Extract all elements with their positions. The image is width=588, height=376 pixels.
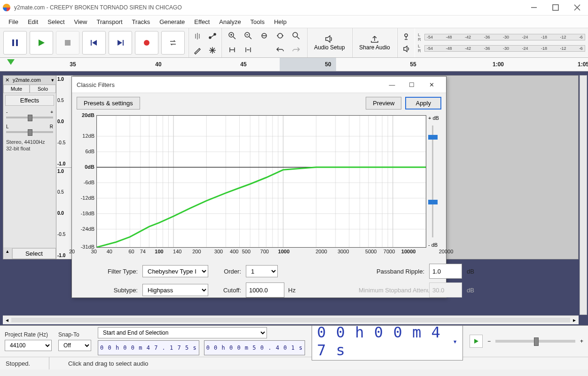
envelope-tool-icon[interactable] xyxy=(205,29,220,43)
dialog-close-button[interactable]: ✕ xyxy=(422,81,441,88)
horizontal-scrollbar[interactable]: ◂▸ xyxy=(3,315,579,324)
skip-end-button[interactable] xyxy=(109,31,132,55)
pause-button[interactable] xyxy=(3,31,27,55)
subtype-label: Subtype: xyxy=(100,287,138,294)
svg-point-13 xyxy=(209,37,211,39)
svg-marker-9 xyxy=(92,40,97,46)
filter-type-select[interactable]: Chebyshev Type I xyxy=(142,265,208,277)
dialog-title: Classic Filters xyxy=(77,81,382,88)
cutoff-input[interactable] xyxy=(246,282,284,298)
loop-button[interactable] xyxy=(161,31,185,55)
play-button[interactable] xyxy=(30,31,53,55)
collapse-icon[interactable]: ▴ xyxy=(3,248,12,259)
db-unit-2: dB xyxy=(467,287,483,294)
zoom-toggle-icon[interactable] xyxy=(289,29,304,42)
preview-button[interactable]: Preview xyxy=(366,97,401,110)
timeline-tick: 45 xyxy=(240,61,246,68)
hz-unit: Hz xyxy=(288,287,354,294)
svg-line-25 xyxy=(297,37,299,39)
share-audio-label: Share Audio xyxy=(359,44,390,51)
passband-label: Passband Ripple: xyxy=(359,268,424,275)
menu-help[interactable]: Help xyxy=(269,16,291,27)
menu-edit[interactable]: Edit xyxy=(23,16,43,27)
playback-meter-icon[interactable] xyxy=(400,44,412,54)
db-slider-thumb-upper[interactable] xyxy=(428,135,438,140)
solo-button[interactable]: Solo xyxy=(30,85,56,93)
status-state: Stopped. xyxy=(6,360,30,367)
stop-button[interactable] xyxy=(56,31,79,55)
timeline-ruler[interactable]: 35404550551:001:05 xyxy=(0,58,588,71)
redo-icon[interactable] xyxy=(289,43,304,56)
pan-slider[interactable]: LR xyxy=(3,122,56,137)
db-slider-thumb-lower[interactable] xyxy=(428,200,438,204)
audio-setup-button[interactable]: Audio Setup xyxy=(309,30,350,56)
close-button[interactable] xyxy=(566,0,588,15)
audio-setup-label: Audio Setup xyxy=(314,44,345,51)
minimize-button[interactable] xyxy=(523,0,545,15)
current-position-display[interactable]: 0 0 h 0 0 m 4 7 s▾ xyxy=(312,322,463,360)
silence-icon[interactable] xyxy=(241,43,256,56)
menu-transport[interactable]: Transport xyxy=(92,16,127,27)
passband-input[interactable] xyxy=(429,264,462,279)
timeline-tick: 1:00 xyxy=(493,61,504,68)
mute-button[interactable]: Mute xyxy=(3,85,30,93)
track-name[interactable]: y2mate.com xyxy=(11,77,49,83)
fit-project-icon[interactable] xyxy=(273,29,288,42)
zoom-in-icon[interactable] xyxy=(225,29,240,42)
fit-selection-icon[interactable] xyxy=(257,29,272,42)
selection-start-field[interactable]: 0 0 h 0 0 m 4 7 . 1 7 5 s xyxy=(98,340,199,355)
svg-marker-6 xyxy=(39,39,45,46)
multi-tool-icon[interactable] xyxy=(205,43,220,57)
skip-start-button[interactable] xyxy=(82,31,106,55)
track-menu-icon[interactable]: ▾ xyxy=(49,77,56,83)
subtype-select[interactable]: Highpass xyxy=(142,284,208,296)
db-slider[interactable] xyxy=(428,125,437,237)
track-format-info: Stereo, 44100Hz 32-bit float xyxy=(3,137,56,154)
record-meter-icon[interactable] xyxy=(400,32,412,41)
order-select[interactable]: 1 xyxy=(246,265,278,277)
graph-y-axis: 20dB12dB6dB0dB-6dB-12dB-18dB-24dB-31dB xyxy=(76,115,96,247)
record-meter[interactable]: -54-48-42-36-30-24-18-12-6 xyxy=(424,34,585,40)
menubar: File Edit Select View Transport Tracks G… xyxy=(0,16,588,28)
undo-icon[interactable] xyxy=(273,43,288,56)
presets-button[interactable]: Presets & settings xyxy=(77,97,140,110)
track-close-button[interactable]: ✕ xyxy=(3,77,11,83)
menu-generate[interactable]: Generate xyxy=(155,16,189,27)
selection-mode-select[interactable]: Start and End of Selection xyxy=(98,327,267,338)
meter-lr-label: LR xyxy=(418,32,422,42)
vertical-scrollbar[interactable] xyxy=(580,75,587,315)
project-rate-select[interactable]: 44100 xyxy=(5,340,52,351)
playhead-icon[interactable] xyxy=(7,59,15,65)
snap-select[interactable]: Off xyxy=(58,340,91,351)
play-at-speed-button[interactable] xyxy=(470,335,483,348)
menu-file[interactable]: File xyxy=(4,16,23,27)
toolbar: Audio Setup Share Audio LR -54-48-42-36-… xyxy=(0,28,588,58)
track-control-panel: ✕ y2mate.com ▾ Mute Solo Effects -+ LR S… xyxy=(3,76,56,259)
effects-button[interactable]: Effects xyxy=(5,95,54,106)
trim-icon[interactable] xyxy=(225,43,240,56)
menu-tools[interactable]: Tools xyxy=(246,16,269,27)
select-track-button[interactable]: Select xyxy=(12,248,56,259)
svg-rect-1 xyxy=(553,5,558,10)
menu-effect[interactable]: Effect xyxy=(189,16,214,27)
dialog-maximize-button[interactable]: ☐ xyxy=(402,81,422,88)
order-label: Order: xyxy=(213,268,241,275)
maximize-button[interactable] xyxy=(545,0,566,15)
zoom-out-icon[interactable] xyxy=(241,29,256,42)
menu-analyze[interactable]: Analyze xyxy=(214,16,245,27)
menu-tracks[interactable]: Tracks xyxy=(127,16,155,27)
selection-end-field[interactable]: 0 0 h 0 0 m 5 0 . 4 0 1 s xyxy=(204,340,306,355)
menu-view[interactable]: View xyxy=(70,16,92,27)
playback-meter[interactable]: -54-48-42-36-30-24-18-12-6 xyxy=(424,45,585,52)
share-audio-button[interactable]: Share Audio xyxy=(354,30,395,56)
apply-button[interactable]: Apply xyxy=(405,97,441,110)
record-button[interactable] xyxy=(135,31,158,55)
menu-select[interactable]: Select xyxy=(43,16,69,27)
draw-tool-icon[interactable] xyxy=(190,43,205,57)
dialog-minimize-button[interactable]: — xyxy=(382,81,402,88)
selection-tool-icon[interactable] xyxy=(190,29,205,43)
svg-point-12 xyxy=(144,40,149,46)
svg-point-26 xyxy=(405,34,408,37)
playback-speed-slider[interactable] xyxy=(495,340,575,343)
gain-slider[interactable]: -+ xyxy=(3,108,56,122)
